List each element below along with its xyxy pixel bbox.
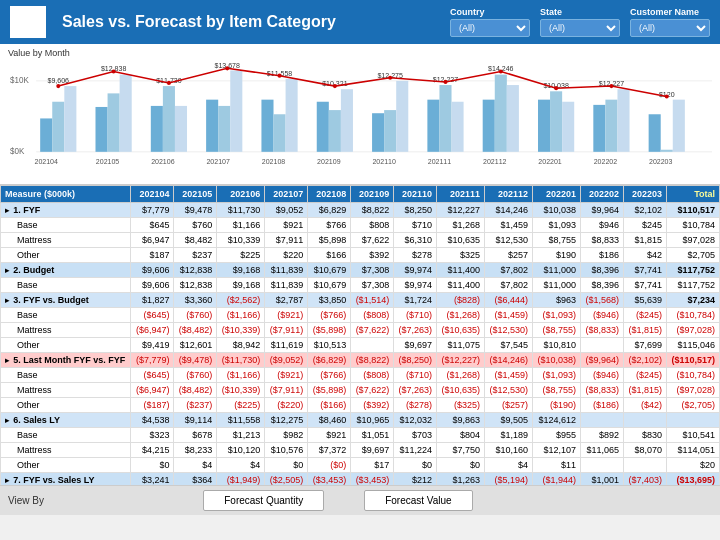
data-cell: $10,120 [217,443,265,458]
forecast-value-button[interactable]: Forecast Value [364,490,473,511]
expand-icon[interactable]: ▸ [5,356,11,365]
data-cell: $4 [217,458,265,473]
expand-icon[interactable]: ▸ [5,266,11,275]
data-cell: ($6,829) [308,353,351,368]
svg-rect-23 [286,79,298,152]
data-cell: $645 [131,218,174,233]
data-cell: ($1,949) [217,473,265,486]
data-cell: $166 [308,248,351,263]
data-cell: $8,460 [308,413,351,428]
data-cell: $12,530 [485,233,533,248]
data-cell: $7,779 [131,203,174,218]
data-cell: $1,724 [394,293,437,308]
data-cell: $10,635 [437,233,485,248]
data-cell: $186 [581,248,624,263]
data-cell: ($8,833) [581,323,624,338]
svg-rect-33 [396,81,408,152]
data-cell: $17 [351,458,394,473]
data-cell: ($12,227) [437,353,485,368]
data-cell: ($5,898) [308,383,351,398]
filter-select-country[interactable]: (All) [450,19,530,37]
data-cell: ($9,964) [581,353,624,368]
page-title: Sales vs. Forecast by Item Category [62,13,434,31]
svg-point-62 [112,69,116,73]
expand-icon[interactable]: ▸ [5,476,11,485]
col-202105: 202105 [174,186,217,203]
chart-area: $10K $0K 202104 $9,606 202105 $12,838 20… [8,60,712,180]
data-cell: ($3,453) [351,473,394,486]
data-cell: ($1,815) [623,383,666,398]
data-cell: $11,000 [533,278,581,293]
col-202111: 202111 [437,186,485,203]
measure-cell: Base [1,308,131,323]
data-cell: $1,051 [351,428,394,443]
data-cell: $257 [485,248,533,263]
svg-text:202203: 202203 [649,158,672,166]
table-row: Base$645$760$1,166$921$766$808$710$1,268… [1,218,720,233]
data-cell: $12,838 [174,263,217,278]
data-cell: $190 [533,248,581,263]
data-cell: ($10,635) [437,323,485,338]
trend-line [58,68,666,96]
table-row: Mattress($6,947)($8,482)($10,339)($7,911… [1,383,720,398]
data-cell: $110,517 [666,203,719,218]
data-cell: $8,755 [533,233,581,248]
filter-select-customer name[interactable]: (All) [630,19,710,37]
chart-subtitle: Value by Month [8,48,712,58]
data-cell: $1,189 [485,428,533,443]
data-cell: $6,947 [131,233,174,248]
data-cell: $2,102 [623,203,666,218]
bar-other-202104 [64,86,76,152]
chart-section: Value by Month $10K $0K 202104 $9,606 20… [0,44,720,185]
expand-icon[interactable]: ▸ [5,206,11,215]
data-cell: $225 [217,248,265,263]
svg-rect-11 [151,106,163,152]
data-cell: $963 [533,293,581,308]
data-cell: $2,705 [666,248,719,263]
data-cell: ($7,779) [131,353,174,368]
data-cell: $7,741 [623,278,666,293]
data-cell: ($7,911) [265,383,308,398]
data-cell: $5,898 [308,233,351,248]
svg-text:202112: 202112 [483,158,506,166]
data-cell: ($946) [581,308,624,323]
col-total: Total [666,186,719,203]
filter-select-state[interactable]: (All) [540,19,620,37]
data-cell: $1,827 [131,293,174,308]
svg-rect-58 [673,100,685,152]
data-cell: ($5,194) [485,473,533,486]
data-cell: ($325) [437,398,485,413]
data-cell: $8,942 [217,338,265,353]
data-cell: $10,679 [308,278,351,293]
svg-rect-16 [206,100,218,152]
svg-point-64 [225,66,229,70]
table-section[interactable]: Measure ($000k) 202104 202105 202106 202… [0,185,720,485]
data-cell: ($10,784) [666,368,719,383]
forecast-quantity-button[interactable]: Forecast Quantity [203,490,324,511]
data-cell: ($14,246) [485,353,533,368]
data-cell: $9,606 [131,263,174,278]
col-measure: Measure ($000k) [1,186,131,203]
data-cell: ($257) [485,398,533,413]
col-202201: 202201 [533,186,581,203]
data-cell: $245 [623,218,666,233]
data-cell: $9,697 [351,443,394,458]
data-cell: ($1,514) [351,293,394,308]
data-cell: $1,093 [533,218,581,233]
bar-mattress-202104 [52,102,64,152]
col-202112: 202112 [485,186,533,203]
data-cell [623,413,666,428]
data-cell: $392 [351,248,394,263]
data-cell: $212 [394,473,437,486]
bar-base-202104 [40,118,52,151]
expand-icon[interactable]: ▸ [5,296,11,305]
expand-icon[interactable]: ▸ [5,416,11,425]
svg-point-67 [388,76,392,80]
data-cell: $4,215 [131,443,174,458]
svg-text:202108: 202108 [262,158,285,166]
data-cell: ($166) [308,398,351,413]
measure-cell: Other [1,248,131,263]
table-row: Mattress$6,947$8,482$10,339$7,911$5,898$… [1,233,720,248]
data-cell: $9,505 [485,413,533,428]
data-cell: $0 [131,458,174,473]
